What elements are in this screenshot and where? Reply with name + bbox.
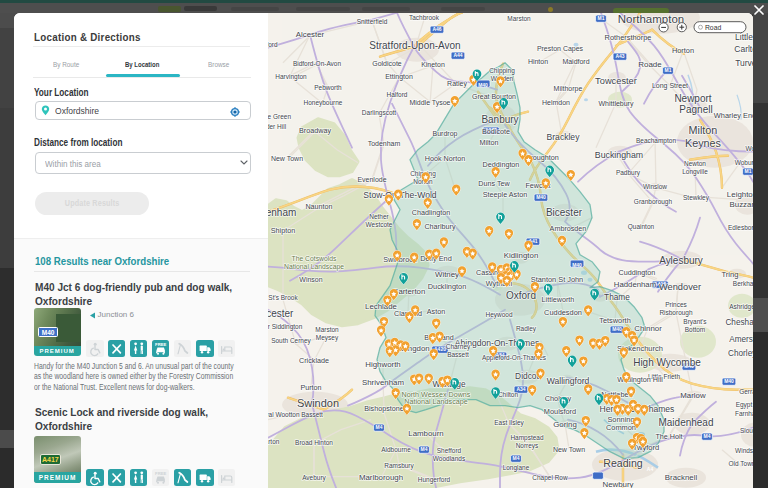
svg-text:Road: Road	[705, 24, 721, 31]
svg-text:FREE: FREE	[155, 471, 166, 476]
svg-text:FREE: FREE	[155, 342, 166, 347]
